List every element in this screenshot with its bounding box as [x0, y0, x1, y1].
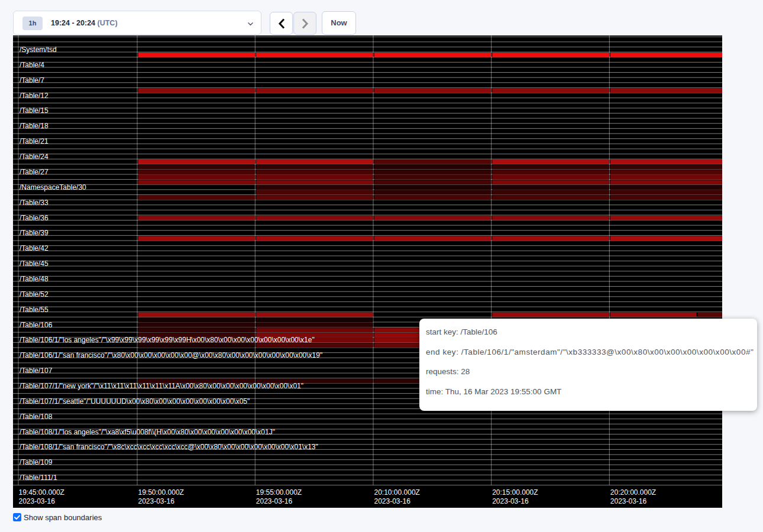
svg-text:/Table/7: /Table/7: [20, 76, 44, 85]
svg-text:2023-03-16: 2023-03-16: [256, 497, 293, 505]
svg-text:/Table/27: /Table/27: [20, 168, 49, 176]
svg-text:/Table/42: /Table/42: [20, 244, 49, 252]
svg-text:/Table/107/1/"new york"/"\x11\: /Table/107/1/"new york"/"\x11\x11\x11\x1…: [20, 382, 303, 390]
svg-text:/Table/108/1/"los angeles"/"\x: /Table/108/1/"los angeles"/"\xa8\xf5\u00…: [20, 428, 275, 436]
svg-text:/Table/39: /Table/39: [20, 229, 49, 237]
svg-text:/Table/33: /Table/33: [20, 199, 49, 207]
svg-text:/Table/107/1/"seattle"/"UUUUUU: /Table/107/1/"seattle"/"UUUUUUD\x00\x80\…: [20, 397, 250, 406]
svg-text:/NamespaceTable/30: /NamespaceTable/30: [20, 183, 86, 192]
svg-text:/Table/106: /Table/106: [20, 321, 53, 329]
svg-text:/Table/106/1/"los angeles"/"\x: /Table/106/1/"los angeles"/"\x99\x99\x99…: [20, 336, 315, 344]
svg-text:2023-03-16: 2023-03-16: [19, 497, 56, 505]
svg-text:/Table/52: /Table/52: [20, 290, 49, 299]
svg-text:/Table/108: /Table/108: [20, 413, 53, 421]
svg-text:/Table/36: /Table/36: [20, 214, 49, 222]
svg-text:2023-03-16: 2023-03-16: [138, 497, 175, 505]
svg-text:/Table/106/1/"san francisco"/": /Table/106/1/"san francisco"/"\x80\x00\x…: [20, 351, 322, 359]
svg-text:/System/tsd: /System/tsd: [20, 46, 57, 54]
svg-text:/Table/55: /Table/55: [20, 306, 49, 314]
svg-text:/Table/45: /Table/45: [20, 259, 49, 268]
svg-text:/Table/48: /Table/48: [20, 275, 49, 283]
svg-text:/Table/21: /Table/21: [20, 137, 49, 145]
svg-text:20:10:00.000Z: 20:10:00.000Z: [374, 488, 420, 497]
svg-text:/Table/24: /Table/24: [20, 153, 49, 161]
svg-text:/Table/109: /Table/109: [20, 458, 53, 466]
svg-text:19:50:00.000Z: 19:50:00.000Z: [138, 488, 184, 497]
svg-text:/Table/12: /Table/12: [20, 92, 49, 100]
svg-text:19:45:00.000Z: 19:45:00.000Z: [19, 488, 64, 497]
svg-text:/Table/18: /Table/18: [20, 122, 49, 130]
svg-text:20:15:00.000Z: 20:15:00.000Z: [492, 488, 538, 497]
svg-text:2023-03-16: 2023-03-16: [492, 497, 529, 505]
svg-text:2023-03-16: 2023-03-16: [374, 497, 411, 505]
svg-text:20:20:00.000Z: 20:20:00.000Z: [610, 488, 656, 497]
svg-text:/Table/107: /Table/107: [20, 366, 53, 375]
svg-text:2023-03-16: 2023-03-16: [610, 497, 647, 505]
svg-text:/Table/15: /Table/15: [20, 106, 49, 115]
svg-text:/Table/4: /Table/4: [20, 61, 44, 69]
svg-text:/Table/108/1/"san francisco"/": /Table/108/1/"san francisco"/"\x8c\xcc\x…: [20, 443, 318, 451]
svg-text:19:55:00.000Z: 19:55:00.000Z: [256, 488, 302, 497]
svg-text:/Table/111/1: /Table/111/1: [20, 473, 57, 482]
